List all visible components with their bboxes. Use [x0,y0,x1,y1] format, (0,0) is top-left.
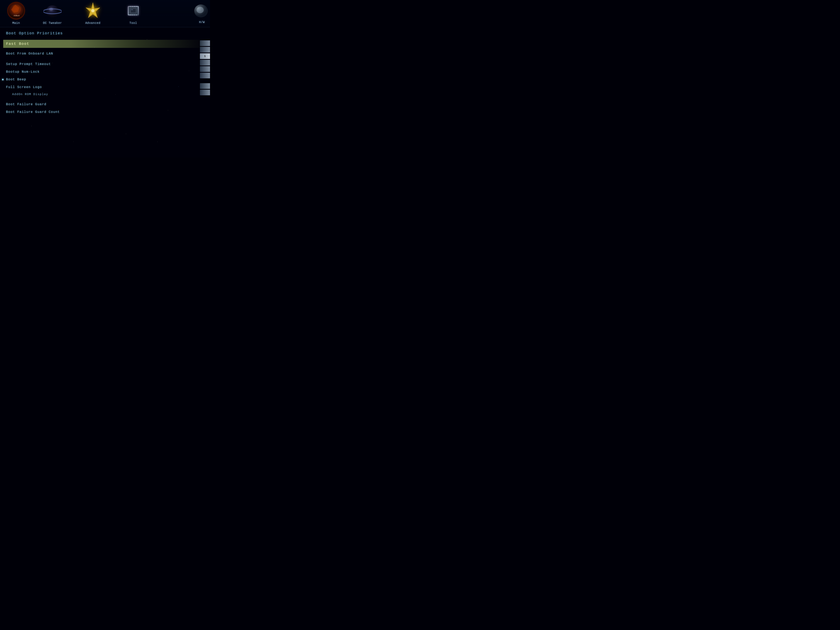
planet-icon [43,2,62,20]
svg-rect-22 [131,9,133,10]
nav-main-label: Main [12,21,20,25]
menu-item-full-screen-logo-label: Full Screen Logo [6,85,42,89]
svg-point-5 [49,8,53,11]
nav-advanced-label: Advanced [85,21,100,25]
svg-point-9 [91,9,95,12]
menu-row-full-screen-logo[interactable]: Full Screen Logo [6,84,204,91]
nav-item-advanced[interactable]: Advanced [73,2,113,25]
nav-oc-tweaker-label: OC Tweaker [43,21,62,25]
nav-tool-label: Tool [129,21,137,25]
menu-row-boot-failure-guard-count[interactable]: Boot Failure Guard Count [6,108,204,116]
menu-row-bootup-num-lock[interactable]: Bootup Num-Lock [6,68,204,76]
menu-item-fast-boot-label: Fast Boot [6,42,29,46]
eagle-icon [84,2,102,20]
menu-item-boot-failure-guard-label: Boot Failure Guard [6,103,46,106]
nav-item-tool[interactable]: Tool [113,2,153,25]
svg-text:ASRock: ASRock [13,14,20,17]
svg-point-24 [196,7,204,13]
asrock-icon: ASRock [7,2,25,20]
menu-item-addon-rom-label: AddOn ROM Display [12,93,48,96]
menu-row-boot-beep[interactable]: Boot Beep [6,76,204,84]
menu-row-setup-prompt-timeout[interactable]: Setup Prompt Timeout [6,60,204,68]
menu-item-num-lock-label: Bootup Num-Lock [6,70,40,74]
svg-point-2 [46,5,59,17]
nav-hw-label: H/W [199,21,205,24]
menu-item-boot-failure-guard-count-label: Boot Failure Guard Count [6,110,60,114]
nav-item-oc-tweaker[interactable]: OC Tweaker [32,2,73,25]
menu-item-boot-beep-label: Boot Beep [6,78,26,81]
nav-bar: ASRock Main O [0,0,210,27]
section-title: Boot Option Priorities [6,31,204,35]
menu-row-boot-from-onboard-lan[interactable]: Boot From Onboard LAN [6,50,204,58]
menu-row-fast-boot[interactable]: Fast Boot [3,40,207,48]
menu-item-setup-prompt-label: Setup Prompt Timeout [6,62,51,66]
nav-item-hw-partial[interactable]: H/W [194,0,210,26]
nav-item-main[interactable]: ASRock Main [0,2,32,25]
menu-row-boot-failure-guard[interactable]: Boot Failure Guard [6,101,204,108]
glow-dot-boot-beep [2,79,4,81]
tool-icon [124,2,142,20]
main-content: Boot Option Priorities Fast Boot Boot Fr… [0,27,210,120]
menu-item-boot-lan-label: Boot From Onboard LAN [6,52,53,55]
menu-row-addon-rom-display[interactable]: AddOn ROM Display [6,91,204,98]
